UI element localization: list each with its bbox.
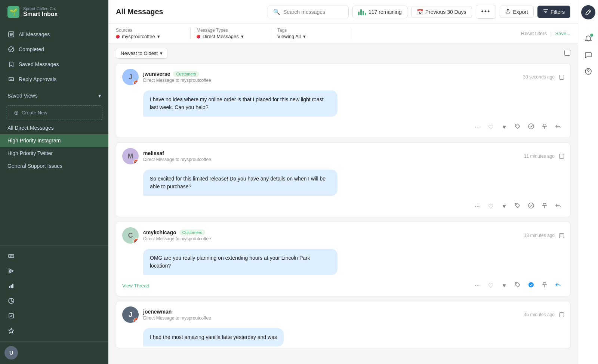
pin-action-3[interactable] (539, 280, 551, 291)
message-header-2: M 📷 melissaf Direct Message to mysproutc… (116, 143, 570, 168)
heart-outline-icon-2: ♡ (488, 203, 493, 210)
bar-chart-icon (358, 9, 366, 15)
tags-label: Tags (277, 28, 306, 33)
sidebar-item-automation[interactable] (0, 249, 108, 263)
sidebar-item-analytics[interactable] (0, 278, 108, 293)
heart-outline-icon-3: ♡ (488, 282, 493, 289)
message-header-1: J 📷 jwuniverse Customers Direct Message … (116, 64, 570, 89)
msg-checkbox-1[interactable] (559, 75, 564, 80)
heart-filled-icon-1: ♥ (502, 124, 506, 130)
brand-text: Sprout Coffee Co. Smart Inbox (23, 6, 58, 18)
message-header-3: C 📷 cmykchicago Customers Direct Message… (116, 222, 570, 247)
username-4: joenewman (143, 309, 172, 315)
completed-icon (7, 46, 15, 53)
more-action-3[interactable]: ··· (471, 280, 483, 291)
more-action-2[interactable]: ··· (471, 200, 483, 212)
msg-sub-2: Direct Message to mysproutcoffee (143, 157, 520, 162)
right-sidebar (578, 0, 598, 364)
pin-action-2[interactable] (539, 200, 551, 212)
saved-view-high-priority-instagram[interactable]: High Priority Instagram (0, 134, 108, 147)
reply-action-1[interactable] (552, 121, 564, 133)
bubble-area-2: So excited for this limited release! Do … (116, 168, 570, 197)
tags-filter-col: Tags Viewing All ▾ (277, 28, 306, 39)
bubble-area-3: OMG are you really planning on extending… (116, 247, 570, 277)
sources-value-row[interactable]: mysproutcoffee ▾ (116, 34, 160, 39)
calendar-icon: 📅 (417, 9, 423, 15)
tags-filter[interactable]: Tags Viewing All ▾ (277, 28, 352, 39)
avatar-3: C 📷 (122, 227, 139, 244)
sidebar-item-send[interactable] (0, 263, 108, 278)
view-thread-link[interactable]: View Thread (122, 283, 150, 289)
bubble-area-4: I had the most amazing vanilla latte yes… (116, 327, 570, 348)
tags-value-row[interactable]: Viewing All ▾ (277, 34, 306, 39)
sidebar-item-tasks[interactable] (0, 308, 108, 323)
heart-filled-3[interactable]: ♥ (498, 280, 510, 291)
search-bar[interactable]: 🔍 (268, 6, 349, 18)
sidebar-item-reply-approvals[interactable]: Reply Approvals (0, 72, 108, 87)
heart-outline-3[interactable]: ♡ (485, 280, 497, 291)
reset-filters-button[interactable]: Reset filters (521, 31, 547, 36)
saved-view-all-direct[interactable]: All Direct Messages (0, 121, 108, 134)
tag-action-2[interactable] (512, 200, 524, 212)
compose-button[interactable] (581, 5, 595, 19)
sidebar-nav: All Messages Completed Saved Messages Re… (0, 24, 108, 245)
heart-outline-1[interactable]: ♡ (485, 121, 497, 133)
message-types-value-row[interactable]: Direct Messages ▾ (197, 34, 244, 39)
pin-action-1[interactable] (539, 121, 551, 133)
sidebar-item-saved-messages[interactable]: Saved Messages (0, 57, 108, 72)
message-actions-3: View Thread ··· ♡ ♥ (116, 277, 570, 296)
message-bubble-4: I had the most amazing vanilla latte yes… (143, 328, 284, 346)
sidebar-item-star[interactable] (0, 323, 108, 338)
create-new-view-button[interactable]: ⊕ Create New (6, 105, 102, 120)
brand-header: 🌱 Sprout Coffee Co. Smart Inbox (0, 0, 108, 24)
page-title: All Messages (116, 7, 163, 16)
saved-view-high-priority-twitter[interactable]: High Priority Twitter (0, 147, 108, 160)
avatar-1: J 📷 (122, 69, 139, 85)
msg-meta-top-3: cmykchicago Customers (143, 229, 520, 235)
select-all-checkbox[interactable] (564, 50, 570, 56)
msg-checkbox-4[interactable] (559, 312, 564, 317)
sidebar-item-completed[interactable]: Completed (0, 42, 108, 57)
search-icon: 🔍 (273, 9, 280, 15)
message-bubble-2: So excited for this limited release! Do … (143, 170, 337, 196)
complete-action-1[interactable] (525, 121, 537, 133)
message-actions-1: ··· ♡ ♥ (116, 118, 570, 138)
msg-checkbox-2[interactable] (559, 154, 564, 159)
sidebar-item-reports[interactable] (0, 293, 108, 308)
search-input[interactable] (283, 9, 343, 15)
messages-button[interactable] (581, 48, 595, 62)
bar4 (365, 13, 366, 15)
heart-outline-2[interactable]: ♡ (485, 200, 497, 212)
complete-action-3[interactable] (525, 280, 537, 291)
export-button[interactable]: Export (500, 6, 533, 18)
tag-icon-2 (515, 203, 521, 210)
bar3 (363, 11, 364, 15)
message-card-4: J 📷 joenewman Direct Message to mysprout… (116, 301, 570, 348)
tag-action-1[interactable] (512, 121, 524, 133)
saved-view-general-support[interactable]: General Support Issues (0, 160, 108, 172)
sources-label: Sources (116, 28, 160, 33)
sources-value: mysproutcoffee (122, 34, 155, 39)
help-button[interactable] (581, 64, 595, 78)
sidebar-item-label: Saved Messages (19, 61, 59, 67)
sidebar-item-all-messages[interactable]: All Messages (0, 27, 108, 42)
heart-filled-1[interactable]: ♥ (498, 121, 510, 133)
message-types-filter[interactable]: Message Types Direct Messages ▾ (197, 28, 271, 39)
save-filters-button[interactable]: Save... (555, 31, 570, 36)
heart-filled-2[interactable]: ♥ (498, 200, 510, 212)
sources-filter[interactable]: Sources mysproutcoffee ▾ (116, 28, 191, 39)
saved-views-header[interactable]: Saved Views ▾ (0, 89, 108, 102)
more-options-button[interactable]: ••• (476, 5, 496, 19)
msg-checkbox-3[interactable] (559, 233, 564, 238)
date-range-button[interactable]: 📅 Previous 30 Days (411, 6, 472, 18)
user-avatar[interactable]: U (4, 346, 18, 360)
msg-meta-2: melissaf Direct Message to mysproutcoffe… (143, 150, 520, 162)
sort-select[interactable]: Newest to Oldest ▾ (116, 48, 167, 59)
tag-action-3[interactable] (512, 280, 524, 291)
reply-action-2[interactable] (552, 200, 564, 212)
filters-button[interactable]: Filters (537, 6, 570, 18)
reply-action-3[interactable] (552, 280, 564, 291)
complete-action-2[interactable] (525, 200, 537, 212)
notifications-button[interactable] (581, 31, 595, 46)
more-action-1[interactable]: ··· (471, 121, 483, 133)
